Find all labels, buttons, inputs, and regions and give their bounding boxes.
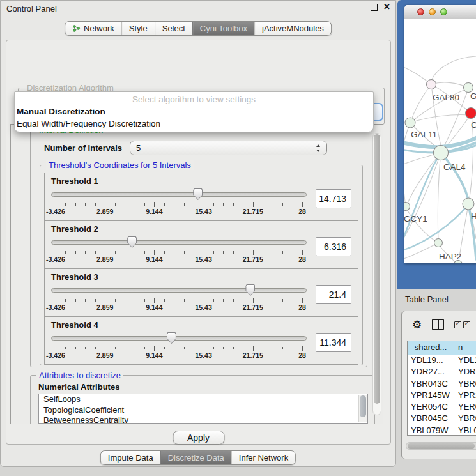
tab-style[interactable]: Style	[121, 22, 155, 35]
scale-tick-label: 2.859	[96, 303, 113, 311]
control-panel-window: Control Panel ✕ NetworkStyleSelectCyni T…	[0, 0, 396, 467]
scale-tick-label: -3.426	[46, 303, 65, 311]
cell-shared-name[interactable]: YBL079W	[408, 426, 454, 436]
slider-handle[interactable]	[167, 332, 176, 344]
network-node-hap2[interactable]	[434, 239, 443, 247]
cell-name[interactable]: YER05	[454, 402, 476, 413]
threshold-1-slider: -3.4262.8599.14415.4321.71528	[51, 188, 307, 216]
algorithm-option[interactable]: Manual Discretization	[15, 105, 373, 118]
slider-handle[interactable]	[127, 236, 137, 248]
tab-select[interactable]: Select	[155, 22, 192, 35]
cell-shared-name[interactable]: YPR145W	[408, 390, 454, 402]
tab-impute-data[interactable]: Impute Data	[101, 451, 160, 464]
network-node-gal4[interactable]	[434, 146, 449, 160]
scale-tick-label: 21.715	[243, 303, 263, 311]
cell-name[interactable]: YBR04	[454, 379, 476, 390]
table-row[interactable]: YBL079WYBL07	[408, 426, 476, 436]
slider-track[interactable]	[51, 288, 307, 293]
scale-tick-label: 21.715	[243, 351, 263, 359]
apply-button[interactable]: Apply	[173, 431, 224, 445]
tab-jactivemnodules[interactable]: jActiveMNodules	[254, 22, 331, 35]
cell-shared-name[interactable]: YBR043C	[408, 379, 454, 390]
tab-discretize-data[interactable]: Discretize Data	[160, 451, 231, 464]
scale-tick-label: 9.144	[146, 351, 162, 359]
network-node-gal80[interactable]	[427, 80, 436, 89]
network-node-c[interactable]	[466, 108, 476, 119]
tab-infer-network[interactable]: Infer Network	[231, 451, 295, 464]
tab-label: Style	[129, 24, 148, 33]
threshold-4-slider: -3.4262.8599.14415.4321.71528	[51, 332, 307, 360]
slider-track[interactable]	[51, 336, 307, 341]
slider-track[interactable]	[51, 240, 307, 245]
group-title: Attributes to discretize	[36, 371, 123, 380]
threshold-4-value-field[interactable]: 11.344	[316, 333, 351, 352]
slider-ticks	[56, 250, 302, 255]
table-panel-title: Table Panel	[405, 295, 449, 304]
screen: Control Panel ✕ NetworkStyleSelectCyni T…	[0, 0, 476, 476]
network-node-gcy1[interactable]	[404, 203, 410, 211]
node-label: H	[471, 211, 476, 221]
mac-minimize-icon[interactable]	[429, 8, 436, 15]
algorithm-dropdown-prompt[interactable]: Select algorithm to view settings	[15, 93, 373, 105]
tab-cyni-toolbox[interactable]: Cyni Toolbox	[192, 22, 254, 35]
network-edge	[404, 173, 406, 206]
network-edge	[404, 153, 441, 242]
cell-shared-name[interactable]: YDR27...	[408, 367, 454, 378]
table-row[interactable]: YPR145WYPR14	[408, 390, 476, 402]
threshold-3-value-field[interactable]: 21.4	[316, 285, 351, 304]
network-node-h[interactable]	[463, 198, 474, 210]
columns-icon[interactable]	[432, 319, 444, 330]
mac-close-icon[interactable]	[417, 8, 424, 15]
network-edge	[441, 153, 468, 202]
gear-icon[interactable]: ⚙	[412, 319, 422, 330]
slider-handle[interactable]	[245, 284, 255, 296]
numerical-attribute-item[interactable]: BetweennessCentrality	[39, 415, 367, 424]
numerical-attribute-item[interactable]: SelfLoops	[39, 394, 367, 405]
vertical-scrollbar[interactable]	[372, 133, 381, 415]
table-row[interactable]: YBR045CYBR04	[408, 413, 476, 425]
cell-name[interactable]: YBL07	[454, 426, 476, 436]
numerical-attribute-item[interactable]: TopologicalCoefficient	[39, 405, 367, 416]
scale-tick-label: 15.43	[195, 208, 211, 215]
network-node-gal11[interactable]	[405, 118, 415, 128]
table-row[interactable]: YDR27...YDR27	[408, 367, 476, 378]
table-row[interactable]: YER054CYER05	[408, 402, 476, 413]
tab-network[interactable]: Network	[65, 22, 121, 35]
scale-tick-label: 15.43	[195, 256, 211, 263]
cell-shared-name[interactable]: YBR045C	[408, 413, 454, 425]
threshold-label: Threshold 2	[51, 224, 351, 234]
cell-name[interactable]: YDL19	[454, 355, 476, 367]
slider-track[interactable]	[51, 192, 307, 197]
table-row[interactable]: YBR043CYBR04	[408, 379, 476, 390]
num-intervals-value: 5	[136, 143, 141, 153]
network-window-titlebar[interactable]	[404, 5, 476, 19]
horizontal-scrollbar[interactable]	[406, 442, 476, 450]
mac-zoom-icon[interactable]	[440, 8, 447, 15]
node-table: shared... n YDL19...YDL19YDR27...YDR27YB…	[407, 341, 476, 436]
threshold-2-value-field[interactable]: 6.316	[316, 237, 351, 256]
cell-name[interactable]: YPR14	[454, 390, 476, 402]
scale-tick-label: 9.144	[146, 256, 162, 263]
num-intervals-spinner[interactable]: 5	[130, 141, 327, 155]
threshold-1-value-field[interactable]: 14.713	[316, 189, 351, 208]
column-header-shared-name[interactable]: shared...	[408, 341, 454, 355]
slider-handle[interactable]	[193, 188, 203, 200]
network-canvas[interactable]: GAL80GACGAL11GAL4GCY1HHAP2	[404, 19, 476, 263]
select-columns-icon[interactable]	[454, 321, 470, 328]
close-icon[interactable]: ✕	[383, 3, 390, 11]
list-scrollbar[interactable]	[358, 395, 367, 422]
attributes-group: Attributes to discretize Numerical Attri…	[30, 375, 375, 424]
float-window-icon[interactable]	[371, 4, 378, 11]
cell-name[interactable]: YBR04	[454, 413, 476, 425]
cell-shared-name[interactable]: YER054C	[408, 402, 454, 413]
cell-name[interactable]: YDR27	[454, 367, 476, 378]
column-header-name[interactable]: n	[454, 341, 476, 355]
algorithm-option[interactable]: Equal Width/Frequency Discretization	[15, 118, 373, 130]
settings-scrollpane: Interval Definition Number of Intervals …	[10, 124, 383, 424]
network-edge	[404, 243, 438, 259]
cell-shared-name[interactable]: YDL19...	[408, 355, 454, 367]
network-icon	[72, 24, 81, 33]
table-row[interactable]: YDL19...YDL19	[408, 355, 476, 367]
network-edge	[431, 56, 476, 81]
threshold-box: Threshold 3 -3.4262.8599.14415.4321.7152…	[44, 268, 358, 317]
